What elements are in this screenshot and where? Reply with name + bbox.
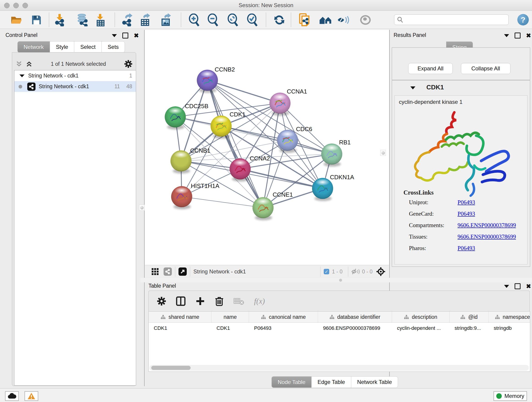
table-horizontal-scrollbar[interactable]: [149, 365, 529, 371]
collapse-panel-icon[interactable]: [112, 34, 117, 37]
crosslink-link[interactable]: P06493: [457, 211, 475, 217]
hidden-eye-icon: [351, 268, 360, 275]
import-network-file-button[interactable]: [53, 13, 66, 26]
node-label-HIST1H1A: HIST1H1A: [191, 182, 220, 189]
tree-expand-icon[interactable]: [19, 75, 25, 77]
hide-selected-button[interactable]: [337, 13, 350, 26]
duplicate-network-icon: [299, 13, 310, 27]
select-first-neighbors-button[interactable]: [319, 13, 332, 26]
tab-network[interactable]: Network: [17, 41, 50, 53]
node-CDC25B[interactable]: CDC25B: [165, 103, 209, 129]
tab-sets[interactable]: Sets: [102, 41, 125, 53]
import-table-file-button[interactable]: [94, 13, 107, 26]
results-panel-title: Results Panel: [394, 32, 426, 38]
horizontal-splitter[interactable]: [140, 278, 532, 282]
right-splitter-handle[interactable]: [380, 150, 386, 156]
node-HIST1H1A[interactable]: HIST1H1A: [171, 182, 220, 209]
zoom-selected-button[interactable]: [246, 13, 259, 26]
crosslink-link[interactable]: P06493: [457, 245, 475, 251]
node-CCNB1[interactable]: CCNB1: [171, 147, 210, 173]
collapse-all-icon[interactable]: [16, 61, 22, 67]
network-bullet-icon: [19, 85, 22, 89]
node-CDK1[interactable]: CDK1: [210, 111, 245, 139]
node-label-CDKN1A: CDKN1A: [330, 174, 354, 181]
network-row[interactable]: String Network - cdk1 11 48: [14, 81, 136, 92]
column-header-description[interactable]: description: [392, 312, 450, 322]
scrollbar-thumb[interactable]: [151, 366, 191, 370]
tab-edge-table[interactable]: Edge Table: [312, 376, 351, 388]
close-panel-icon[interactable]: ✖: [526, 33, 531, 38]
detach-view-button[interactable]: [178, 268, 187, 276]
memory-button[interactable]: Memory: [494, 391, 527, 401]
help-button[interactable]: ?: [517, 14, 529, 26]
export-image-button[interactable]: [160, 13, 172, 26]
horizontal-splitter-handle[interactable]: [339, 279, 342, 282]
network-canvas[interactable]: CCNB2CCNA1CDC25BCDK1CDC6RB1CCNB1CCNA2CDK…: [145, 30, 389, 265]
export-table-button[interactable]: [139, 13, 152, 26]
new-network-from-selection-button[interactable]: [298, 13, 311, 26]
crosslink-link[interactable]: P06493: [457, 199, 475, 206]
column-header-shared-name[interactable]: shared name: [149, 312, 211, 322]
left-splitter-handle[interactable]: [139, 205, 145, 211]
node-RB1[interactable]: RB1: [321, 139, 351, 167]
edge-CCNE1-HIST1H1A[interactable]: [182, 197, 263, 208]
edge-CCNB2-CCNA1[interactable]: [207, 80, 280, 103]
table-mode-gear-icon[interactable]: [157, 297, 166, 306]
open-session-button[interactable]: [10, 13, 23, 26]
table-panel-controls: ✖: [504, 283, 531, 289]
column-header--id[interactable]: @id: [450, 312, 489, 322]
control-panel-tabs: NetworkStyleSelectSets: [17, 41, 125, 53]
collapse-all-button[interactable]: Collapse All: [461, 63, 510, 74]
create-column-plus-icon[interactable]: [196, 296, 205, 306]
collapse-panel-icon[interactable]: [504, 34, 509, 37]
column-header-namespace[interactable]: namespace: [489, 312, 530, 322]
collapse-panel-icon[interactable]: [504, 285, 509, 288]
import-network-icon: [54, 13, 66, 26]
crosslink-link[interactable]: 9606.ENSP00000378699: [457, 234, 516, 240]
expand-all-button[interactable]: Expand All: [408, 63, 453, 74]
close-panel-icon[interactable]: ✖: [134, 33, 139, 38]
delete-table-icon: [234, 297, 244, 305]
column-type-icon: [460, 315, 465, 319]
tab-style[interactable]: Style: [50, 41, 74, 53]
save-session-button[interactable]: [30, 13, 43, 26]
float-panel-icon[interactable]: [515, 283, 520, 289]
column-header-name[interactable]: name: [211, 312, 249, 322]
network-collection-row[interactable]: String Network - cdk1 1: [14, 70, 136, 81]
warnings-button[interactable]: [25, 391, 38, 401]
section-collapse-icon[interactable]: [410, 86, 415, 89]
float-panel-icon[interactable]: [122, 32, 128, 38]
crosslink-label: Uniprot:: [409, 199, 457, 206]
node-label-CCNA1: CCNA1: [287, 88, 307, 95]
tab-select[interactable]: Select: [74, 41, 102, 53]
show-columns-icon[interactable]: [176, 296, 186, 306]
network-options-gear-icon[interactable]: [124, 60, 133, 68]
crosslink-link[interactable]: 9606.ENSP00000378699: [457, 222, 516, 229]
zoom-in-button[interactable]: [188, 13, 201, 26]
import-network-database-button[interactable]: [76, 13, 89, 26]
selection-summary: 1 of 1 Network selected: [32, 61, 124, 67]
tab-network-table[interactable]: Network Table: [351, 376, 398, 388]
tab-node-table[interactable]: Node Table: [272, 376, 312, 388]
close-panel-icon[interactable]: ✖: [526, 284, 531, 288]
memory-status-icon: [496, 393, 502, 399]
expand-all-icon[interactable]: [26, 61, 32, 67]
node-CDKN1A[interactable]: CDKN1A: [312, 174, 354, 201]
node-CCNB2[interactable]: CCNB2: [197, 66, 235, 93]
column-header-canonical-name[interactable]: canonical name: [249, 312, 318, 322]
node-CCNE1[interactable]: CCNE1: [253, 191, 293, 220]
string-view-icon[interactable]: [164, 268, 172, 276]
zoom-out-button[interactable]: [206, 13, 219, 26]
search-input[interactable]: [404, 17, 508, 23]
delete-column-trash-icon[interactable]: [215, 296, 224, 306]
float-panel-icon[interactable]: [515, 32, 520, 38]
automation-status-button[interactable]: [5, 391, 19, 401]
birdseye-grid-icon[interactable]: [151, 268, 159, 275]
zoom-fit-button[interactable]: [226, 13, 239, 26]
center-view-crosshair-icon[interactable]: [376, 267, 385, 276]
table-row[interactable]: CDK1CDK1P064939606.ENSP00000378699cyclin…: [149, 323, 530, 334]
show-hidden-button[interactable]: [359, 13, 372, 26]
column-header-database-identifier[interactable]: database identifier: [318, 312, 392, 322]
export-network-button[interactable]: [121, 13, 134, 26]
apply-layout-button[interactable]: [273, 13, 286, 26]
